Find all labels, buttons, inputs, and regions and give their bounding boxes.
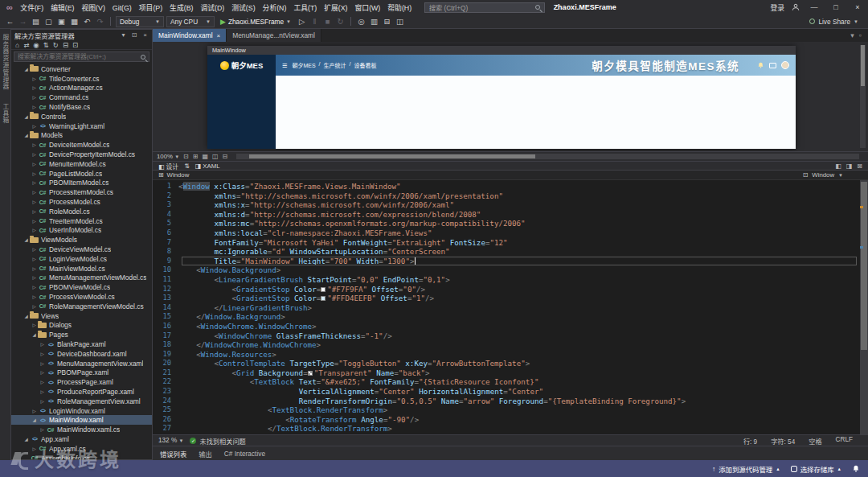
tree-item-TitleConverter.cs[interactable]: ▷C#TitleConverter.cs	[11, 74, 152, 84]
pin-icon[interactable]: ⊡	[130, 31, 139, 39]
solution-search-box[interactable]	[14, 51, 149, 62]
window-preview[interactable]: MainWindow 朝夕MES ≡ 朝夕MES/生产统计	[207, 46, 796, 149]
designer-zoom-dropdown[interactable]: 100% ▼	[157, 153, 179, 160]
tree-item-LoginViewModel.cs[interactable]: ▷C#LoginViewModel.cs	[11, 254, 152, 264]
horizontal-split-icon[interactable]: ◨	[846, 162, 853, 170]
switch-views-icon[interactable]: ⇄	[23, 41, 29, 49]
expander-icon[interactable]: ▷	[31, 171, 38, 176]
expander-icon[interactable]: ▷	[31, 209, 38, 214]
expander-icon[interactable]: ▷	[39, 370, 46, 375]
chevron-down-icon[interactable]: ▾	[121, 31, 127, 39]
tree-item-Converter[interactable]: ◢Converter	[11, 64, 152, 74]
expander-icon[interactable]: ▷	[31, 105, 38, 109]
tree-item-MenuManagementViewModel.cs[interactable]: ▷C#MenuManagementViewModel.cs	[11, 273, 152, 283]
add-to-source-control-button[interactable]: ↑ 添加到源代码管理 ▲	[712, 464, 780, 474]
save-icon[interactable]: ▣	[56, 15, 67, 28]
designer-horizontal-scrollbar[interactable]	[236, 154, 859, 159]
tree-item-RoleManagementView.xaml[interactable]: ▷<>RoleManagementView.xaml	[11, 397, 152, 406]
expander-icon[interactable]: ▷	[31, 95, 38, 100]
undo-icon[interactable]: ↶	[82, 15, 92, 28]
editor-tab[interactable]: MainWindow.xaml×	[153, 29, 227, 42]
code-line-3[interactable]: 3 xmlns:x="http://schemas.microsoft.com/…	[153, 200, 860, 210]
snap-grid-icon[interactable]: ▦	[202, 153, 208, 160]
expander-icon[interactable]: ◢	[23, 437, 30, 442]
vertical-split-icon[interactable]: ◧	[835, 162, 841, 170]
menu-item-4[interactable]: 项目(P)	[135, 4, 166, 12]
code-line-8[interactable]: 8 mc:Ignorable="d" WindowStartupLocation…	[153, 247, 860, 257]
tree-item-ProcessPage.xaml[interactable]: ▷<>ProcessPage.xaml	[11, 377, 152, 387]
tree-item-PageListModel.cs[interactable]: ▷C#PageListModel.cs	[11, 169, 152, 179]
tree-item-Dialogs[interactable]: ▷Dialogs	[11, 321, 152, 331]
quick-search-box[interactable]: 搜索 (Ctrl+Q)	[424, 2, 545, 13]
menu-item-5[interactable]: 生成(B)	[166, 4, 197, 12]
menu-item-1[interactable]: 编辑(E)	[47, 4, 78, 12]
minimize-button[interactable]: —	[807, 3, 821, 11]
comment-icon[interactable]: ▥	[369, 15, 379, 28]
xaml-designer-surface[interactable]: MainWindow 朝夕MES ≡ 朝夕MES/生产统计	[153, 42, 868, 151]
code-line-24[interactable]: 24 RenderTransformOrigin="0.5,0.5" Name=…	[153, 397, 860, 406]
tree-item-LoginWindow.xaml[interactable]: ▷<>LoginWindow.xaml	[11, 406, 152, 416]
solution-configuration-dropdown[interactable]: Debug▼	[116, 16, 164, 27]
code-line-19[interactable]: 19 <Window.Resources>	[153, 350, 860, 360]
expander-icon[interactable]: ▷	[31, 304, 38, 309]
repo-picker-button[interactable]: 选择存储库 ▲	[791, 464, 841, 474]
code-line-23[interactable]: 23 VerticalAlignment="Center" Horizontal…	[153, 387, 860, 397]
panel-tab-1[interactable]: 输出	[199, 449, 212, 458]
eol-indicator[interactable]: CRLF	[836, 436, 853, 446]
tree-item-ProduceReportPage.xaml[interactable]: ▷<>ProduceReportPage.xaml	[11, 387, 152, 397]
expander-icon[interactable]: ▷	[31, 199, 38, 204]
expander-icon[interactable]: ◢	[23, 133, 30, 138]
notifications-bell-icon[interactable]	[852, 464, 860, 473]
tree-item-MainWindow.xaml[interactable]: ◢<>MainWindow.xaml	[11, 415, 152, 425]
line-indicator[interactable]: 行: 9	[743, 436, 757, 446]
code-line-13[interactable]: 13 <GradientStop Color="#FFD4EEFB" Offse…	[153, 294, 860, 303]
close-button[interactable]: ×	[850, 3, 865, 11]
expander-icon[interactable]: ▷	[31, 266, 38, 271]
tree-item-ActionManager.cs[interactable]: ▷C#ActionManager.cs	[11, 84, 152, 93]
tree-item-MainViewModel.cs[interactable]: ▷C#MainViewModel.cs	[11, 264, 152, 273]
expander-icon[interactable]: ▷	[39, 342, 46, 347]
expander-icon[interactable]: ▷	[39, 352, 46, 356]
indent-indicator[interactable]: 空格	[809, 436, 821, 446]
menu-item-0[interactable]: 文件(F)	[17, 4, 47, 12]
tree-item-App.xaml[interactable]: ◢<>App.xaml	[11, 434, 152, 444]
tree-item-PBOMItemModel.cs[interactable]: ▷C#PBOMItemModel.cs	[11, 179, 152, 188]
preview-nav-item[interactable]: 设备看板	[354, 61, 377, 69]
tree-item-Command.cs[interactable]: ▷C#Command.cs	[11, 93, 152, 102]
expander-icon[interactable]: ▷	[39, 361, 46, 366]
tab-close-icon[interactable]: ×	[217, 32, 221, 39]
tree-item-DeviceViewModel.cs[interactable]: ▷C#DeviceViewModel.cs	[11, 245, 152, 254]
code-line-10[interactable]: 10 <Window.Background>	[153, 265, 860, 275]
expander-icon[interactable]: ▷	[31, 219, 38, 224]
tree-item-Controls[interactable]: ◢Controls	[11, 112, 152, 121]
expand-pane-icon[interactable]: ⊠	[857, 162, 862, 170]
collapse-all-icon[interactable]: ⊟	[63, 41, 68, 49]
code-line-5[interactable]: 5 xmlns:mc="http://schemas.openxmlformat…	[153, 219, 860, 228]
tree-item-ProcessItemModel.cs[interactable]: ▷C#ProcessItemModel.cs	[11, 187, 152, 197]
expander-icon[interactable]: ▷	[31, 180, 38, 185]
code-line-9[interactable]: 9 Title="MainWindow" Height="700" Width=…	[153, 257, 860, 266]
tree-item-PBOMViewModel.cs[interactable]: ▷C#PBOMViewModel.cs	[11, 282, 152, 292]
expander-icon[interactable]: ▷	[39, 399, 46, 404]
sync-active-document-icon[interactable]: ⇅	[43, 41, 49, 49]
expander-icon[interactable]: ▷	[31, 162, 38, 167]
expander-icon[interactable]: ▷	[31, 190, 38, 195]
solution-search-input[interactable]	[18, 53, 137, 60]
solution-platform-dropdown[interactable]: Any CPU▼	[166, 16, 215, 27]
save-all-icon[interactable]: ▦	[69, 15, 80, 28]
panel-tab-2[interactable]: C# Interactive	[224, 450, 265, 458]
code-line-21[interactable]: 21 <Grid Background="Transparent" Name="…	[153, 368, 860, 378]
properties-icon[interactable]: ⊡	[72, 41, 78, 49]
float-window-icon[interactable]: ▫	[859, 31, 862, 39]
expander-icon[interactable]: ▷	[39, 427, 46, 432]
open-file-icon[interactable]: ▢	[43, 15, 54, 28]
expander-icon[interactable]: ▷	[31, 323, 38, 327]
code-line-26[interactable]: 26 <RotateTransform Angle="-90"/>	[153, 415, 860, 425]
find-icon[interactable]: ◎	[356, 15, 366, 28]
expander-icon[interactable]: ▷	[31, 142, 38, 147]
code-line-1[interactable]: 1<Window x:Class="Zhaoxi.MESFrame.Views.…	[153, 182, 860, 191]
designer-vertical-scrollbar[interactable]	[860, 45, 866, 148]
tool-window-tab-1[interactable]: 工具箱	[1, 103, 10, 124]
tree-item-App.xaml.cs[interactable]: ▷C#App.xaml.cs	[11, 444, 152, 454]
expander-icon[interactable]: ◢	[31, 417, 38, 422]
